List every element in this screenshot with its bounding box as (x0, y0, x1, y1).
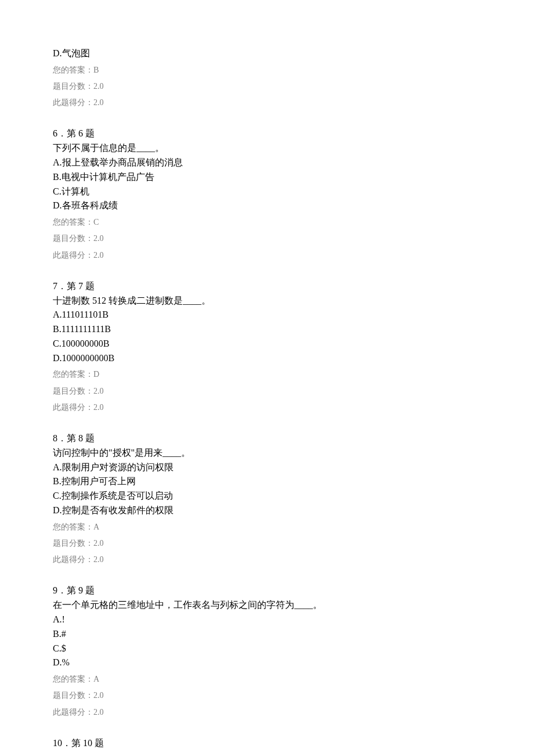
earned-score-label: 此题得分：2.0 (53, 707, 481, 718)
option-d: D.1000000000B (53, 351, 481, 366)
option-b: B.1111111111B (53, 322, 481, 337)
your-answer-label: 您的答案：A (53, 522, 481, 532)
question-header: 9．第 9 题 (53, 584, 481, 598)
your-answer-label: 您的答案：D (53, 369, 481, 380)
question-header: 10．第 10 题 (53, 736, 481, 751)
your-answer-label: 您的答案：A (53, 674, 481, 685)
question-header: 7．第 7 题 (53, 279, 481, 294)
option-c: C.$ (53, 642, 481, 656)
question-score-label: 题目分数：2.0 (53, 81, 481, 92)
question-stem: 下列不属于信息的是____。 (53, 141, 481, 156)
option-a: A.! (53, 613, 481, 627)
option-b: B.电视中计算机产品广告 (53, 170, 481, 185)
option-c: C.控制操作系统是否可以启动 (53, 489, 481, 503)
earned-score-label: 此题得分：2.0 (53, 98, 481, 108)
question-header: 6．第 6 题 (53, 127, 481, 141)
earned-score-label: 此题得分：2.0 (53, 555, 481, 565)
earned-score-label: 此题得分：2.0 (53, 250, 481, 261)
question-10: 10．第 10 题 (53, 736, 481, 751)
option-b: B.控制用户可否上网 (53, 474, 481, 489)
option-a: A.111011101B (53, 308, 481, 322)
question-6: 6．第 6 题 下列不属于信息的是____。 A.报上登载举办商品展销的消息 B… (53, 127, 481, 260)
option-c: C.100000000B (53, 337, 481, 351)
earned-score-label: 此题得分：2.0 (53, 402, 481, 413)
option-d: D.% (53, 656, 481, 670)
option-b: B.# (53, 627, 481, 642)
option-c: C.计算机 (53, 185, 481, 199)
question-tail-previous: D.气泡图 您的答案：B 题目分数：2.0 此题得分：2.0 (53, 46, 481, 108)
question-stem: 十进制数 512 转换成二进制数是____。 (53, 294, 481, 308)
question-score-label: 题目分数：2.0 (53, 538, 481, 549)
option-d: D.控制是否有收发邮件的权限 (53, 503, 481, 518)
question-score-label: 题目分数：2.0 (53, 386, 481, 397)
question-stem: 在一个单元格的三维地址中，工作表名与列标之间的字符为____。 (53, 598, 481, 613)
question-7: 7．第 7 题 十进制数 512 转换成二进制数是____。 A.1110111… (53, 279, 481, 413)
option-d: D.各班各科成绩 (53, 199, 481, 213)
your-answer-label: 您的答案：B (53, 65, 481, 75)
option-d: D.气泡图 (53, 46, 481, 61)
question-stem: 访问控制中的"授权"是用来____。 (53, 446, 481, 460)
question-8: 8．第 8 题 访问控制中的"授权"是用来____。 A.限制用户对资源的访问权… (53, 431, 481, 565)
question-score-label: 题目分数：2.0 (53, 690, 481, 701)
option-a: A.限制用户对资源的访问权限 (53, 460, 481, 475)
your-answer-label: 您的答案：C (53, 217, 481, 228)
option-a: A.报上登载举办商品展销的消息 (53, 156, 481, 170)
question-9: 9．第 9 题 在一个单元格的三维地址中，工作表名与列标之间的字符为____。 … (53, 584, 481, 717)
question-score-label: 题目分数：2.0 (53, 233, 481, 244)
question-header: 8．第 8 题 (53, 431, 481, 446)
